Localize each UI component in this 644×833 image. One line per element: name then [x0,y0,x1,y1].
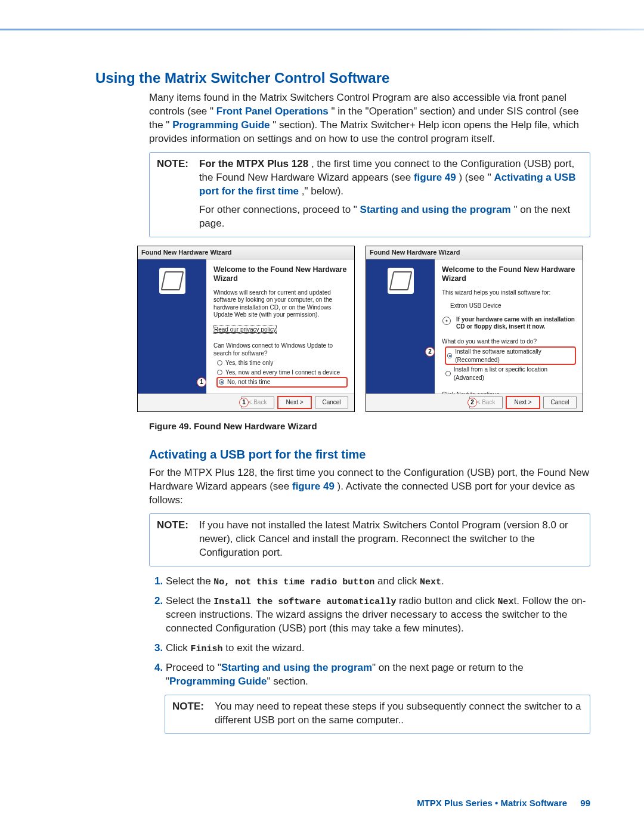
step-2: Select the Install the software automati… [166,594,590,636]
link-starting-program[interactable]: Starting and using the program [360,204,511,215]
cd-icon [442,316,451,326]
intro-paragraph: Many items found in the Matrix Switchers… [149,91,590,146]
page-number: 99 [580,798,590,808]
heading-main: Using the Matrix Switcher Control Softwa… [95,69,590,88]
radio-yes-always[interactable]: Yes, now and every time I connect a devi… [217,368,347,377]
radio-install-list[interactable]: Install from a list or specific location… [445,366,575,382]
privacy-link[interactable]: Read our privacy policy [213,325,277,335]
wizard-footer: 2 < Back Next > Cancel [366,394,583,411]
step-3: Click Finish to exit the wizard. [166,642,590,655]
cancel-button[interactable]: Cancel [315,397,348,408]
wizard-heading: Welcome to the Found New Hardware Wizard [213,265,347,283]
note-box-2: NOTE: If you have not installed the late… [149,513,590,566]
next-button[interactable]: Next > [506,397,540,408]
note-label: NOTE: [157,519,188,560]
note-box-1: NOTE: For the MTPX Plus 128 , the first … [149,152,590,237]
svg-point-1 [446,320,448,321]
radio-yes-once[interactable]: Yes, this time only [217,359,347,367]
radio-install-auto[interactable]: Install the software automatically (Reco… [445,347,575,364]
text: For other connections, proceed to " [199,204,357,215]
link-front-panel[interactable]: Front Panel Operations [216,106,329,117]
step-1: Select the No, not this time radio butto… [166,575,590,589]
figure-49-wizards: Found New Hardware Wizard Welcome to the… [137,246,590,412]
figure-caption: Figure 49. Found New Hardware Wizard [149,420,590,432]
wizard-titlebar: Found New Hardware Wizard [138,246,354,259]
wizard-question: Can Windows connect to Windows Update to… [213,342,347,357]
wizard-question: What do you want the wizard to do? [442,338,575,346]
link-figure-49[interactable]: figure 49 [292,481,335,492]
wizard-right: Found New Hardware Wizard Welcome to the… [366,246,583,412]
device-name: Extron USB Device [450,302,575,310]
wizard-side-graphic [138,259,206,394]
note-body: If you have not installed the latest Mat… [199,519,583,560]
note-label: NOTE: [172,700,204,727]
heading-activating-usb: Activating a USB port for the first time [149,447,590,463]
wizard-left: Found New Hardware Wizard Welcome to the… [137,246,355,412]
link-programming-guide[interactable]: Programming Guide [172,119,270,131]
note1-para2: For other connections, proceed to " Star… [199,203,583,231]
text-bold: For the MTPX Plus 128 [199,158,308,169]
link-figure-49[interactable]: figure 49 [414,172,456,183]
link-starting-program[interactable]: Starting and using the program [221,662,372,673]
radio-no-not-this-time[interactable]: No, not this time [217,377,347,387]
footer-text: MTPX Plus Series • Matrix Software [417,798,567,808]
page-footer: MTPX Plus Series • Matrix Software 99 [417,797,590,809]
next-button[interactable]: Next > [278,397,311,408]
wizard-desc: Windows will search for current and upda… [213,289,347,319]
link-programming-guide[interactable]: Programming Guide [169,676,267,687]
cancel-button[interactable]: Cancel [543,397,577,408]
callout-1b: 1 [239,398,249,407]
note-box-3: NOTE: You may need to repeat these steps… [165,695,590,734]
document-page: Using the Matrix Switcher Control Softwa… [0,0,644,833]
wizard-titlebar: Found New Hardware Wizard [366,246,583,259]
note-label: NOTE: [157,157,188,231]
insert-cd-text: If your hardware came with an installati… [456,316,575,331]
note1-para1: For the MTPX Plus 128 , the first time y… [199,157,583,199]
note-body: You may need to repeat these steps if yo… [215,700,583,727]
text: ) (see " [459,172,491,183]
wizard-helps: This wizard helps you install software f… [442,289,575,297]
wizard-footer: 1 < Back Next > Cancel [138,394,354,411]
wizard-side-graphic [366,259,435,394]
activating-intro: For the MTPX Plus 128, the first time yo… [149,466,590,507]
steps-list: Select the No, not this time radio butto… [149,575,590,689]
step-4: Proceed to "Starting and using the progr… [166,661,590,689]
callout-2b: 2 [467,398,477,407]
hardware-icon [388,268,414,294]
text: ," below). [302,185,343,197]
hardware-icon [159,268,185,294]
wizard-heading: Welcome to the Found New Hardware Wizard [442,265,575,283]
